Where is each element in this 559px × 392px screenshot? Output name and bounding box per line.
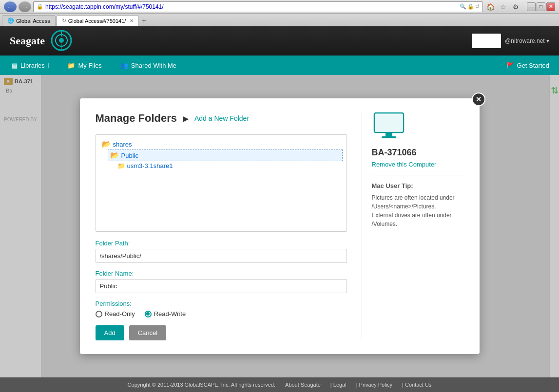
tree-label-usm3: usm3-3.1share1 (127, 162, 173, 169)
permissions-radio-group: Read-Only Read-Write (96, 310, 347, 317)
cancel-button[interactable]: Cancel (129, 325, 166, 340)
browser-window: ← → 🔒 https://seagate.tappin.com/my/stuf… (0, 0, 559, 392)
app-main: ■ BA-371 Ba POWERED BY ⇄ ✕ (0, 75, 559, 377)
seagate-logo-icon (51, 30, 72, 51)
maximize-button[interactable]: □ (537, 2, 545, 11)
close-icon: ✕ (476, 95, 482, 103)
app-header: Seagate @nitroware.net ▾ (0, 26, 559, 56)
browser-nav: ← → (4, 1, 31, 12)
nav-sharedwithme-label: Shared With Me (131, 62, 176, 69)
button-row: Add Cancel (96, 325, 347, 340)
folder-path-input[interactable]: /shares/Public/ (96, 249, 347, 263)
tip-text: Pictures are often located under /Users/… (372, 193, 464, 228)
manage-folders-modal: ✕ Manage Folders ▶ Add a New Folder (80, 98, 480, 354)
modal-close-button[interactable]: ✕ (472, 93, 485, 106)
app-container: Seagate @nitroware.net ▾ (0, 26, 559, 392)
browser-titlebar: ← → 🔒 https://seagate.tappin.com/my/stuf… (0, 0, 559, 14)
nav-getstarted-label: Get Started (517, 62, 549, 69)
nav-myfiles-label: My Files (78, 62, 101, 69)
brand-name: Seagate (10, 35, 45, 47)
tree-label-shares: shares (113, 141, 132, 148)
permissions-label: Permissions: (96, 300, 347, 307)
folder-name-input[interactable]: Public (96, 279, 347, 293)
radio-readonly-label: Read-Only (105, 310, 135, 317)
modal-left-panel: Manage Folders ▶ Add a New Folder 📂 shar… (96, 112, 347, 340)
computer-name: BA-371066 (372, 148, 417, 158)
tree-label-public: Public (121, 152, 138, 159)
nav-sharedwithme[interactable]: 👥 Shared With Me (118, 62, 178, 69)
tab-favicon-2: ↻ (62, 18, 66, 24)
myfiles-icon: 📁 (67, 62, 75, 69)
modal-backdrop: ✕ Manage Folders ▶ Add a New Folder (0, 75, 559, 377)
radio-readwrite-circle (145, 311, 152, 317)
add-new-folder-link[interactable]: Add a New Folder (194, 114, 249, 122)
getstarted-icon: 🚩 (506, 62, 514, 69)
folder-closed-icon: 📁 (117, 162, 125, 169)
back-button[interactable]: ← (4, 1, 17, 12)
forward-button[interactable]: → (19, 1, 31, 12)
title-arrow: ▶ (183, 114, 189, 123)
header-user: @nitroware.net ▾ (472, 34, 549, 48)
nav-libraries[interactable]: ▤ Libraries | (10, 62, 51, 69)
tab-close-icon[interactable]: ✕ (130, 18, 134, 23)
footer-legal[interactable]: | Legal (330, 382, 347, 388)
add-button[interactable]: Add (96, 325, 124, 340)
footer-copyright: Copyright © 2011-2013 GlobalSCAPE, Inc. … (128, 382, 275, 388)
tools-icon[interactable]: ⚙ (510, 1, 521, 12)
nav-getstarted[interactable]: 🚩 Get Started (506, 62, 549, 69)
modal-title: Manage Folders (96, 112, 177, 125)
tab-global-access-750141[interactable]: ↻ Global Access#/750141/ ✕ (57, 15, 139, 26)
new-tab-button[interactable]: + (139, 16, 149, 26)
computer-icon (372, 112, 406, 143)
tree-item-public[interactable]: 📂 Public (108, 149, 343, 161)
folder-open-icon: 📂 (102, 140, 111, 149)
footer-about[interactable]: About Seagate (285, 382, 321, 388)
svg-rect-7 (386, 132, 392, 136)
tip-title: Mac User Tip: (372, 182, 413, 189)
footer-contact[interactable]: | Contact Us (402, 382, 431, 388)
star-icon[interactable]: ☆ (498, 1, 508, 12)
libraries-icon: ▤ (12, 62, 18, 69)
user-avatar (472, 34, 501, 48)
tree-item-usm3[interactable]: 📁 usm3-3.1share1 (116, 161, 343, 170)
tree-item-shares[interactable]: 📂 shares (100, 139, 343, 149)
footer-privacy[interactable]: | Privacy Policy (356, 382, 392, 388)
close-button[interactable]: ✕ (546, 2, 555, 11)
app-footer: Copyright © 2011-2013 GlobalSCAPE, Inc. … (0, 377, 559, 392)
permissions-row: Permissions: Read-Only Read-Write (96, 300, 347, 317)
seagate-logo: Seagate (10, 30, 72, 53)
radio-readwrite[interactable]: Read-Write (145, 310, 186, 317)
folder-open-icon-2: 📂 (110, 151, 119, 160)
tab-label-1: Global Access (16, 18, 50, 24)
home-icon[interactable]: 🏠 (485, 1, 496, 12)
divider (372, 175, 464, 175)
folder-name-label: Folder Name: (96, 270, 347, 277)
tab-global-access[interactable]: 🌐 Global Access (2, 15, 56, 26)
modal-title-row: Manage Folders ▶ Add a New Folder (96, 112, 347, 125)
tab-favicon-1: 🌐 (7, 18, 14, 24)
address-bar[interactable]: 🔒 https://seagate.tappin.com/my/stuff/#/… (33, 1, 483, 12)
nav-libraries-label: Libraries (20, 62, 45, 69)
radio-readwrite-label: Read-Write (154, 310, 186, 317)
folder-path-label: Folder Path: (96, 240, 347, 247)
user-email[interactable]: @nitroware.net ▾ (505, 37, 549, 44)
svg-rect-6 (376, 114, 402, 131)
monitor-svg (372, 112, 406, 141)
radio-readonly[interactable]: Read-Only (96, 310, 135, 317)
folder-tree[interactable]: 📂 shares 📂 Public 📁 usm3-3.1share1 (96, 134, 347, 232)
app-nav: ▤ Libraries | 📁 My Files 👥 Shared With M… (0, 56, 559, 75)
minimize-button[interactable]: — (527, 2, 536, 11)
sharedwithme-icon: 👥 (120, 62, 128, 69)
browser-tabs: 🌐 Global Access ↻ Global Access#/750141/… (0, 14, 559, 26)
remove-computer-link[interactable]: Remove this Computer (372, 161, 437, 168)
radio-readonly-circle (96, 311, 102, 317)
svg-rect-8 (382, 136, 396, 138)
nav-myfiles[interactable]: 📁 My Files (65, 62, 103, 69)
modal-right-panel: BA-371066 Remove this Computer Mac User … (362, 112, 464, 340)
svg-point-2 (59, 38, 64, 43)
url-input[interactable]: https://seagate.tappin.com/my/stuff/#/75… (45, 3, 460, 10)
browser-toolbar-icons: 🏠 ☆ ⚙ (485, 1, 521, 12)
tab-label-2: Global Access#/750141/ (68, 18, 126, 24)
